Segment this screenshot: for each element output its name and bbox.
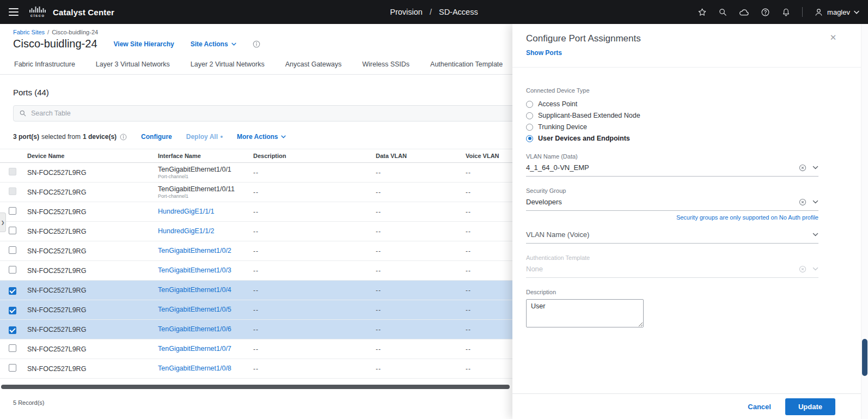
description-label: Description bbox=[526, 289, 854, 295]
data-vlan-cell: -- bbox=[376, 189, 466, 196]
chevron-down-icon[interactable] bbox=[812, 200, 818, 204]
interface-name-link[interactable]: HundredGigE1/1/1 bbox=[158, 208, 253, 215]
update-button[interactable]: Update bbox=[785, 398, 835, 415]
interface-name-link[interactable]: TenGigabitEthernet1/0/5 bbox=[158, 306, 253, 313]
panel-collapse-handle[interactable]: ❯ bbox=[0, 212, 6, 232]
row-checkbox[interactable] bbox=[9, 246, 16, 254]
drawer-scrollbar-thumb[interactable] bbox=[862, 339, 867, 376]
tab-fabric-infrastructure[interactable]: Fabric Infrastructure bbox=[13, 57, 76, 74]
device-type-options: Access PointSupplicant-Based Extended No… bbox=[526, 100, 854, 142]
radio-option-supplicant-based-extended-node[interactable]: Supplicant-Based Extended Node bbox=[526, 112, 854, 119]
column-header-data-vlan[interactable]: Data VLAN bbox=[376, 153, 466, 159]
interface-name-link: TenGigabitEthernet1/0/11 bbox=[158, 185, 253, 193]
chevron-down-icon[interactable] bbox=[812, 233, 818, 236]
interface-name-link[interactable]: TenGigabitEthernet1/0/4 bbox=[158, 286, 253, 294]
deploy-all-button[interactable]: Deploy All bbox=[186, 133, 223, 141]
tab-layer-2-virtual-networks[interactable]: Layer 2 Virtual Networks bbox=[190, 57, 266, 74]
row-checkbox[interactable] bbox=[9, 266, 16, 274]
breadcrumb-fabric-sites[interactable]: Fabric Sites bbox=[13, 29, 45, 35]
radio-button[interactable] bbox=[526, 135, 533, 142]
row-checkbox[interactable] bbox=[9, 344, 16, 352]
radio-option-trunking-device[interactable]: Trunking Device bbox=[526, 123, 854, 131]
help-icon[interactable] bbox=[761, 8, 770, 17]
security-group-note: Security groups are only supported on No… bbox=[526, 214, 818, 221]
row-checkbox[interactable] bbox=[9, 207, 16, 215]
star-icon[interactable] bbox=[698, 8, 707, 17]
tab-authentication-template[interactable]: Authentication Template bbox=[429, 57, 504, 74]
nav-sd-access[interactable]: SD-Access bbox=[439, 8, 478, 16]
cisco-logo: cisco bbox=[29, 7, 46, 18]
row-checkbox[interactable] bbox=[9, 287, 16, 295]
search-icon[interactable] bbox=[718, 8, 728, 17]
show-ports-link[interactable]: Show Ports bbox=[526, 49, 562, 57]
row-checkbox[interactable] bbox=[9, 326, 16, 334]
authentication-template-label: Authentication Template bbox=[526, 254, 818, 261]
clear-field-icon[interactable] bbox=[799, 164, 806, 172]
data-vlan-cell: -- bbox=[376, 365, 466, 373]
site-actions-dropdown[interactable]: Site Actions bbox=[191, 40, 236, 48]
cisco-logo-bars bbox=[29, 7, 46, 13]
cloud-icon[interactable] bbox=[739, 8, 749, 16]
data-vlan-cell: -- bbox=[376, 287, 466, 294]
nav-provision[interactable]: Provision bbox=[390, 8, 423, 16]
vlan-data-value: 4_1_64_0-VN_EMP bbox=[526, 163, 589, 172]
view-site-hierarchy-link[interactable]: View Site Hierarchy bbox=[114, 40, 174, 48]
data-vlan-cell: -- bbox=[376, 345, 466, 353]
radio-button[interactable] bbox=[526, 124, 533, 131]
info-icon[interactable] bbox=[253, 40, 260, 48]
chevron-down-icon bbox=[812, 267, 818, 271]
interface-name-link[interactable]: TenGigabitEthernet1/0/3 bbox=[158, 266, 253, 274]
authentication-template-field: Authentication Template None bbox=[526, 254, 818, 278]
description-cell: -- bbox=[253, 326, 376, 333]
column-header-description[interactable]: Description bbox=[253, 153, 376, 159]
info-icon[interactable] bbox=[120, 133, 127, 141]
vlan-voice-field[interactable]: VLAN Name (Voice) bbox=[526, 230, 818, 244]
data-vlan-cell: -- bbox=[376, 306, 466, 314]
device-name: SN-FOC2527L9RG bbox=[27, 169, 158, 177]
radio-option-user-devices-and-endpoints[interactable]: User Devices and Endpoints bbox=[526, 135, 854, 142]
interface-name-link[interactable]: TenGigabitEthernet1/0/7 bbox=[158, 345, 253, 353]
menu-icon[interactable] bbox=[9, 8, 19, 16]
notifications-icon[interactable] bbox=[781, 8, 791, 17]
device-name: SN-FOC2527L9RG bbox=[27, 247, 158, 255]
radio-button[interactable] bbox=[526, 101, 533, 108]
interface-name-link[interactable]: TenGigabitEthernet1/0/6 bbox=[158, 325, 253, 333]
column-header-interface-name[interactable]: Interface Name bbox=[158, 153, 253, 159]
row-checkbox[interactable] bbox=[9, 307, 16, 314]
row-checkbox[interactable] bbox=[9, 227, 16, 234]
chevron-down-icon[interactable] bbox=[812, 166, 818, 169]
description-cell: -- bbox=[253, 247, 376, 255]
radio-button[interactable] bbox=[526, 112, 533, 119]
clear-field-icon[interactable] bbox=[799, 198, 806, 206]
interface-name-link[interactable]: HundredGigE1/1/2 bbox=[158, 227, 253, 235]
radio-option-access-point[interactable]: Access Point bbox=[526, 100, 854, 108]
clear-field-icon bbox=[799, 265, 806, 273]
drawer-title: Configure Port Assignments bbox=[526, 33, 854, 44]
column-header-device-name[interactable]: Device Name bbox=[27, 153, 158, 159]
row-checkbox bbox=[9, 187, 16, 195]
user-menu[interactable]: maglev bbox=[814, 8, 859, 17]
interface-name-link[interactable]: TenGigabitEthernet1/0/8 bbox=[158, 365, 253, 372]
vlan-data-field[interactable]: VLAN Name (Data) 4_1_64_0-VN_EMP bbox=[526, 153, 818, 177]
cisco-wordmark: cisco bbox=[30, 13, 45, 18]
interface-name-link[interactable]: TenGigabitEthernet1/0/2 bbox=[158, 247, 253, 254]
description-cell: -- bbox=[253, 267, 376, 275]
description-textarea[interactable]: User bbox=[526, 299, 644, 327]
device-name: SN-FOC2527L9RG bbox=[27, 228, 158, 235]
breadcrumb-current: Cisco-buidling-24 bbox=[52, 29, 98, 35]
horizontal-scrollbar-thumb[interactable] bbox=[1, 385, 510, 389]
security-group-field[interactable]: Security Group Developers bbox=[526, 187, 818, 211]
more-actions-dropdown[interactable]: More Actions bbox=[237, 133, 286, 141]
cancel-button[interactable]: Cancel bbox=[748, 403, 771, 411]
row-checkbox[interactable] bbox=[9, 364, 16, 372]
description-cell: -- bbox=[253, 365, 376, 373]
page-title: Cisco-buidling-24 bbox=[13, 38, 97, 50]
close-icon[interactable]: ✕ bbox=[828, 33, 838, 42]
tab-layer-3-virtual-networks[interactable]: Layer 3 Virtual Networks bbox=[95, 57, 171, 74]
app-title: Catalyst Center bbox=[53, 8, 114, 17]
deploy-all-label: Deploy All bbox=[186, 133, 218, 141]
configure-button[interactable]: Configure bbox=[141, 133, 172, 141]
tab-anycast-gateways[interactable]: Anycast Gateways bbox=[284, 57, 343, 74]
tab-wireless-ssids[interactable]: Wireless SSIDs bbox=[361, 57, 411, 74]
radio-label: Access Point bbox=[538, 100, 577, 108]
